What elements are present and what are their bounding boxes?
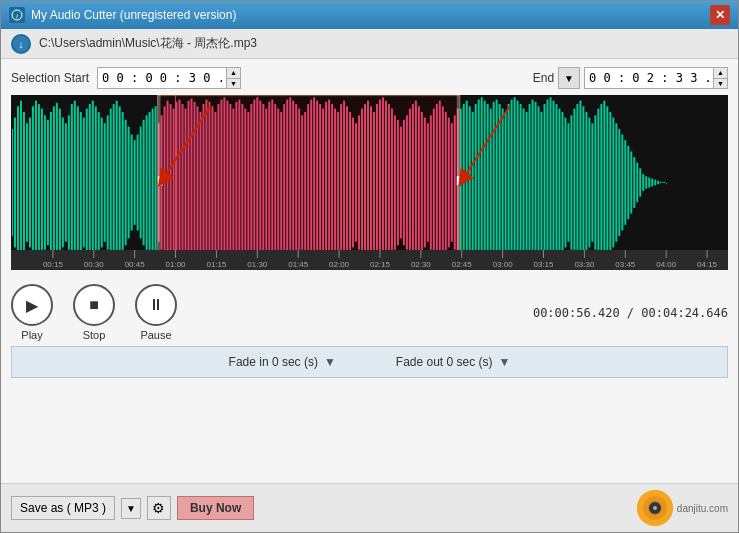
end-time-input[interactable] (584, 67, 714, 89)
svg-rect-122 (349, 112, 351, 253)
play-label: Play (21, 329, 42, 341)
fade-out-item: Fade out 0 sec (s) ▼ (396, 355, 511, 369)
play-icon[interactable]: ▶ (11, 284, 53, 326)
svg-rect-15 (35, 101, 37, 265)
svg-rect-120 (343, 101, 345, 265)
svg-rect-29 (77, 106, 79, 258)
svg-rect-51 (143, 120, 145, 245)
svg-rect-144 (415, 101, 417, 265)
end-time-down[interactable]: ▼ (714, 79, 727, 89)
svg-rect-135 (388, 104, 390, 261)
svg-rect-10 (20, 101, 22, 265)
svg-rect-225 (636, 163, 638, 203)
svg-rect-136 (391, 109, 393, 257)
svg-rect-91 (256, 97, 258, 267)
svg-rect-148 (427, 123, 429, 242)
svg-rect-31 (83, 118, 85, 248)
fade-in-dropdown[interactable]: ▼ (324, 355, 336, 369)
end-time-up[interactable]: ▲ (714, 68, 727, 79)
svg-rect-36 (98, 112, 100, 253)
svg-rect-49 (137, 135, 139, 231)
selection-bar: Selection Start ▲ ▼ End ▼ ▲ ▼ (11, 67, 728, 89)
waveform-container[interactable]: 00:15 00:30 00:45 01:00 01:15 01:30 01:4… (11, 95, 728, 270)
svg-rect-26 (68, 115, 70, 249)
svg-rect-185 (517, 101, 519, 265)
svg-rect-90 (253, 100, 255, 266)
svg-rect-8 (14, 118, 16, 248)
play-button[interactable]: ▶ Play (11, 284, 53, 341)
svg-rect-22 (56, 103, 58, 262)
svg-rect-208 (585, 112, 587, 253)
save-button[interactable]: Save as ( MP3 ) (11, 496, 115, 520)
svg-rect-209 (588, 118, 590, 248)
svg-rect-215 (606, 106, 608, 258)
svg-rect-188 (526, 112, 528, 253)
svg-rect-176 (490, 109, 492, 257)
timeline-ruler: 00:15 00:30 00:45 01:00 01:15 01:30 01:4… (11, 250, 728, 270)
svg-rect-95 (268, 102, 270, 263)
svg-rect-104 (295, 104, 297, 261)
svg-rect-55 (155, 106, 157, 258)
svg-rect-150 (433, 109, 435, 257)
svg-rect-84 (235, 102, 237, 263)
svg-rect-14 (32, 106, 34, 258)
end-time-spinner[interactable]: ▲ ▼ (714, 67, 728, 89)
buy-now-button[interactable]: Buy Now (177, 496, 254, 520)
svg-rect-69 (190, 98, 192, 266)
start-time-down[interactable]: ▼ (227, 79, 240, 89)
svg-rect-121 (346, 106, 348, 258)
svg-rect-142 (409, 109, 411, 257)
svg-rect-181 (505, 112, 507, 253)
svg-text:04:00: 04:00 (656, 260, 676, 269)
settings-gear-button[interactable]: ⚙ (147, 496, 171, 520)
svg-rect-28 (74, 101, 76, 265)
svg-rect-227 (642, 174, 644, 191)
svg-rect-224 (633, 157, 635, 208)
svg-rect-207 (582, 106, 584, 258)
svg-rect-187 (523, 109, 525, 257)
waveform-svg (11, 95, 728, 270)
close-button[interactable]: ✕ (710, 5, 730, 25)
svg-rect-228 (645, 176, 647, 188)
svg-rect-73 (202, 104, 204, 261)
start-time-up[interactable]: ▲ (227, 68, 240, 79)
fade-out-dropdown[interactable]: ▼ (499, 355, 511, 369)
svg-text:02:45: 02:45 (452, 260, 472, 269)
save-format-dropdown[interactable]: ▼ (121, 498, 141, 519)
pause-button[interactable]: ⏸ Pause (135, 284, 177, 341)
svg-rect-143 (412, 104, 414, 261)
svg-rect-193 (541, 112, 543, 253)
fade-in-label: Fade in 0 sec (s) (229, 355, 318, 369)
svg-rect-174 (484, 101, 486, 265)
svg-rect-97 (274, 104, 276, 261)
svg-text:03:30: 03:30 (574, 260, 594, 269)
open-file-icon[interactable] (11, 34, 31, 54)
stop-icon[interactable]: ■ (73, 284, 115, 326)
svg-rect-106 (301, 115, 303, 249)
svg-rect-146 (421, 112, 423, 253)
svg-rect-205 (576, 104, 578, 261)
stop-button[interactable]: ■ Stop (73, 284, 115, 341)
svg-rect-109 (310, 100, 312, 266)
svg-rect-87 (244, 109, 246, 257)
svg-rect-45 (125, 120, 127, 245)
svg-rect-134 (385, 101, 387, 265)
svg-rect-53 (149, 112, 151, 253)
svg-rect-48 (134, 140, 136, 225)
svg-rect-184 (514, 97, 516, 267)
end-dropdown-arrow[interactable]: ▼ (558, 67, 580, 89)
pause-icon[interactable]: ⏸ (135, 284, 177, 326)
svg-rect-66 (182, 104, 184, 261)
svg-rect-233 (660, 182, 662, 183)
start-time-spinner[interactable]: ▲ ▼ (227, 67, 241, 89)
svg-rect-137 (394, 115, 396, 249)
svg-rect-123 (352, 118, 354, 248)
svg-rect-210 (591, 123, 593, 242)
svg-rect-12 (26, 123, 28, 242)
svg-rect-117 (334, 109, 336, 257)
svg-rect-170 (472, 112, 474, 253)
start-time-input[interactable] (97, 67, 227, 89)
svg-rect-157 (454, 115, 456, 249)
svg-text:02:15: 02:15 (370, 260, 390, 269)
svg-rect-33 (89, 104, 91, 261)
